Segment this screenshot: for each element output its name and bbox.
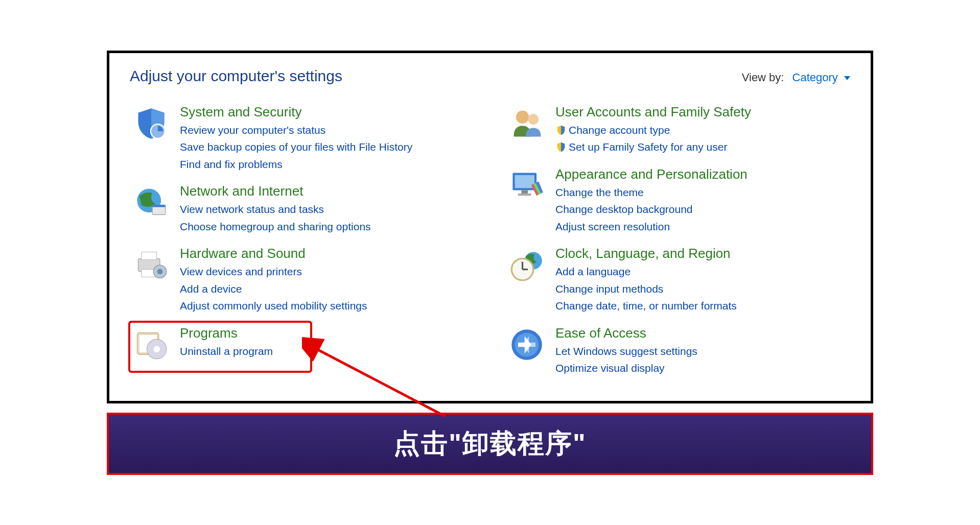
category-body: Appearance and PersonalizationChange the… <box>555 166 748 235</box>
category-body: ProgramsUninstall a program <box>180 325 273 360</box>
ease-icon[interactable] <box>507 325 546 364</box>
category-title[interactable]: Programs <box>180 325 273 341</box>
category-link[interactable]: Add a language <box>555 264 737 280</box>
svg-rect-18 <box>518 193 531 195</box>
control-panel-window: Adjust your computer's settings View by:… <box>107 51 873 403</box>
category-link[interactable]: Change date, time, or number formats <box>555 298 737 314</box>
category-link[interactable]: Let Windows suggest settings <box>555 343 697 360</box>
category-title[interactable]: Clock, Language, and Region <box>555 246 737 261</box>
svg-rect-5 <box>142 252 157 260</box>
category-link[interactable]: Review your computer's status <box>180 122 412 138</box>
category-link[interactable]: Change desktop background <box>555 201 748 218</box>
category-title[interactable]: Appearance and Personalization <box>555 166 748 182</box>
category-body: System and SecurityReview your computer'… <box>180 104 412 173</box>
category-clock-language-and-region: Clock, Language, and RegionAdd a languag… <box>505 242 850 318</box>
category-link[interactable]: View network status and tasks <box>180 201 371 218</box>
printer-icon[interactable] <box>132 246 171 284</box>
header-row: Adjust your computer's settings View by:… <box>130 67 850 85</box>
category-hardware-and-sound: Hardware and SoundView devices and print… <box>130 242 475 318</box>
page-title: Adjust your computer's settings <box>130 67 342 85</box>
users-icon[interactable] <box>507 104 546 143</box>
category-link[interactable]: Change input methods <box>555 281 737 297</box>
globe-icon[interactable] <box>132 183 171 222</box>
category-body: User Accounts and Family SafetyChange ac… <box>555 104 751 155</box>
category-system-and-security: System and SecurityReview your computer'… <box>130 100 475 177</box>
category-link[interactable]: Set up Family Safety for any user <box>555 139 751 155</box>
category-link[interactable]: Change the theme <box>555 184 748 201</box>
view-by-label: View by: <box>742 71 784 84</box>
left-column: System and SecurityReview your computer'… <box>130 100 475 384</box>
category-body: Ease of AccessLet Windows suggest settin… <box>555 325 697 376</box>
category-body: Hardware and SoundView devices and print… <box>180 246 367 314</box>
category-title[interactable]: System and Security <box>180 104 412 120</box>
category-link[interactable]: Uninstall a program <box>180 343 273 360</box>
category-link[interactable]: Change account type <box>555 122 751 138</box>
category-user-accounts-and-family-safety: User Accounts and Family SafetyChange ac… <box>505 100 850 159</box>
svg-rect-17 <box>521 190 528 193</box>
category-title[interactable]: User Accounts and Family Safety <box>555 104 751 120</box>
category-link[interactable]: Adjust screen resolution <box>555 219 748 235</box>
svg-point-8 <box>157 269 163 274</box>
link-text: Change account type <box>569 124 670 136</box>
category-network-and-internet: Network and InternetView network status … <box>130 179 475 238</box>
category-body: Network and InternetView network status … <box>180 183 371 234</box>
view-by-dropdown[interactable]: Category <box>792 71 850 84</box>
svg-point-12 <box>153 346 160 352</box>
category-title[interactable]: Ease of Access <box>555 325 697 341</box>
category-programs: ProgramsUninstall a program <box>130 321 475 368</box>
programs-icon[interactable] <box>132 325 171 364</box>
chevron-down-icon <box>844 76 850 80</box>
category-columns: System and SecurityReview your computer'… <box>130 100 850 384</box>
svg-rect-3 <box>152 205 166 207</box>
link-text: Set up Family Safety for any user <box>569 141 727 153</box>
category-link[interactable]: Choose homegroup and sharing options <box>180 219 371 235</box>
category-link[interactable]: Save backup copies of your files with Fi… <box>180 139 412 155</box>
instruction-bar: 点击"卸载程序" <box>107 413 873 475</box>
category-title[interactable]: Hardware and Sound <box>180 246 367 261</box>
category-ease-of-access: Ease of AccessLet Windows suggest settin… <box>505 321 850 380</box>
svg-rect-16 <box>515 175 534 188</box>
view-by-value-text: Category <box>792 71 838 84</box>
category-body: Clock, Language, and RegionAdd a languag… <box>555 246 737 314</box>
category-title[interactable]: Network and Internet <box>180 183 371 199</box>
svg-point-14 <box>528 113 539 124</box>
category-appearance-and-personalization: Appearance and PersonalizationChange the… <box>505 162 850 239</box>
category-link[interactable]: Find and fix problems <box>180 156 412 173</box>
category-link[interactable]: Adjust commonly used mobility settings <box>180 298 367 314</box>
svg-point-13 <box>516 110 529 124</box>
right-column: User Accounts and Family SafetyChange ac… <box>505 100 850 384</box>
stage: Adjust your computer's settings View by:… <box>107 51 873 475</box>
clock-icon[interactable] <box>507 246 546 284</box>
view-by-group: View by: Category <box>742 71 850 84</box>
shield-icon[interactable] <box>132 104 171 143</box>
monitor-icon[interactable] <box>507 166 546 205</box>
category-link[interactable]: Add a device <box>180 281 367 297</box>
category-link[interactable]: View devices and printers <box>180 264 367 280</box>
category-link[interactable]: Optimize visual display <box>555 360 697 376</box>
